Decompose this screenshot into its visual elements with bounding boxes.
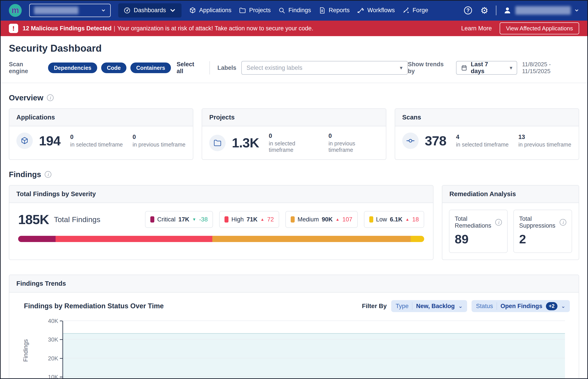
trend-period-select[interactable]: Last 7 days ▾ [456,61,517,75]
open-findings-area [63,333,565,379]
engine-chip-containers[interactable]: Containers [130,63,171,73]
search-icon [278,7,285,14]
y-tick [60,358,62,359]
trend-arrow-icon: ▼ [192,217,196,222]
select-all-link[interactable]: Select all [177,61,202,75]
learn-more-link[interactable]: Learn More [461,25,492,32]
total-remediations-box: Total Remediations i 89 [449,210,508,253]
dropdown-arrow-icon: ▾ [510,65,512,71]
nav-item-reports[interactable]: Reports [319,7,350,14]
findings-trend-chart: Findings 0 10K 20K 30K 40K [18,317,570,379]
card-title: Remediation Analysis [442,186,579,203]
user-menu[interactable] [503,6,579,15]
banner-title: 12 Malicious Findings Detected [23,25,112,32]
banner-message: Your organization is at risk of attack! … [117,25,313,32]
info-icon[interactable]: i [45,171,51,178]
wand-icon [402,7,409,14]
card-title: Total Findings by Severity [9,186,433,203]
gridline [63,320,565,321]
chevron-down-icon: ⌄ [458,303,463,309]
divider [497,302,497,310]
help-icon: ? [464,6,472,15]
view-affected-applications-button[interactable]: View Affected Applications [500,22,579,34]
report-icon [319,7,326,14]
info-icon[interactable]: i [495,219,502,226]
total-findings-by-severity-card: Total Findings by Severity 185K Total Fi… [9,185,433,260]
severity-stacked-bar [18,236,424,242]
nav-item-forge[interactable]: Forge [402,7,428,14]
y-tick [60,339,62,340]
findings-heading: Findings [9,170,41,179]
gridline [63,377,565,377]
y-tick-label: 40K [48,318,58,324]
scan-icon [406,137,415,145]
nav-item-findings[interactable]: Findings [278,7,311,14]
severity-chip-medium[interactable]: Medium 90K ▲ 107 [285,211,357,228]
calendar-icon [461,64,467,71]
engine-chip-dependencies[interactable]: Dependencies [48,63,97,73]
gridline [63,339,565,340]
stat-value: 13 [518,134,571,141]
projects-total: 1.3K [232,135,259,150]
nav-item-projects[interactable]: Projects [239,7,271,14]
help-button[interactable]: ? [463,6,473,15]
y-axis-title: Findings [22,339,29,362]
nav-item-applications[interactable]: Applications [189,7,232,14]
trend-period-value: Last 7 days [471,61,502,75]
stat-label: in previous timeframe [518,142,571,148]
info-icon[interactable]: i [560,219,566,226]
top-nav: m Dashboards Applications Projects Findi… [0,0,588,21]
y-tick [60,377,62,377]
labels-placeholder: Select existing labels [247,64,302,71]
banner-text: 12 Malicious Findings Detected | Your or… [23,25,313,32]
trend-arrow-icon: ▲ [405,217,409,222]
severity-bar-segment [56,236,212,242]
medium-swatch-icon [291,216,295,222]
scans-total: 378 [425,133,446,148]
stat-value: 4 [456,134,509,141]
severity-chip-high[interactable]: High 71K ▲ 72 [219,211,279,228]
organization-select[interactable] [29,4,111,17]
trend-arrow-icon: ▲ [336,217,340,222]
alert-icon: ! [9,24,18,33]
overview-heading: Overview [9,93,44,102]
gear-icon: ⚙ [480,6,488,15]
projects-card: Projects 1.3K 0 in selected timeframe 0 … [202,108,386,160]
low-swatch-icon [369,216,373,222]
cube-icon [20,137,29,145]
filter-row: Scan engine Dependencies Code Containers… [9,61,579,75]
stat-label: in selected timeframe [269,140,319,153]
workflow-icon [357,7,364,14]
folder-icon [213,139,222,147]
stat-label: in selected timeframe [456,142,509,148]
page-title: Security Dashboard [9,43,579,54]
remediation-analysis-card: Remediation Analysis Total Remediations … [442,185,579,260]
info-icon[interactable]: i [47,95,54,101]
chevron-down-icon: ⌄ [561,303,565,309]
nav-item-workflows[interactable]: Workflows [357,7,395,14]
severity-chip-low[interactable]: Low 6.1K ▲ 18 [364,211,424,228]
divider [412,302,412,310]
scans-card: Scans 378 4 in selected timeframe 13 in … [395,108,579,160]
settings-button[interactable]: ⚙ [480,6,489,15]
severity-chip-critical[interactable]: Critical 17K ▼ -38 [145,211,213,228]
labels-select[interactable]: Select existing labels ▾ [241,61,408,75]
nav-item-dashboards[interactable]: Dashboards [118,3,181,17]
y-tick-label: 20K [48,355,58,362]
chevron-down-icon [574,8,579,13]
severity-bar-segment [18,236,56,242]
nav-label: Projects [249,7,271,14]
type-filter[interactable]: Type New, Backlog ⌄ [391,300,467,312]
high-swatch-icon [224,216,228,222]
y-tick-label: 30K [48,336,58,343]
stat-value: 0 [269,133,319,139]
total-remediations-value: 89 [455,232,502,246]
findings-trends-card: Findings Trends Findings by Remediation … [9,275,579,379]
trend-arrow-icon: ▲ [260,217,264,222]
chevron-down-icon [101,8,106,13]
divider [209,61,210,75]
dropdown-arrow-icon: ▾ [400,65,402,71]
engine-chip-code[interactable]: Code [101,63,127,73]
severity-bar-segment [212,236,411,242]
status-filter[interactable]: Status Open Findings +2 ⌄ [471,300,570,312]
